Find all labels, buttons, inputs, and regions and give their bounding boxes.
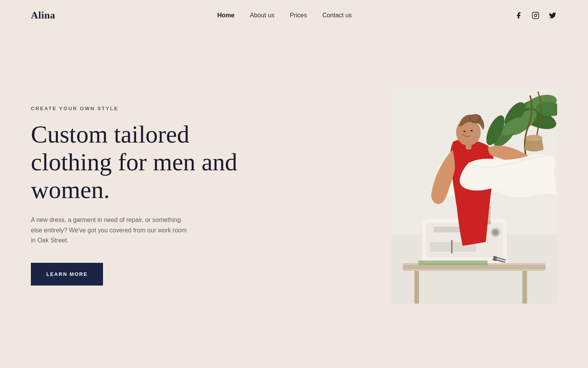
- svg-rect-28: [522, 271, 527, 304]
- site-header: Alina Home About us Prices Contact us: [0, 0, 588, 31]
- nav-contact[interactable]: Contact us: [322, 12, 351, 19]
- twitter-icon[interactable]: [548, 11, 557, 20]
- social-icons-group: [514, 11, 557, 20]
- svg-point-36: [463, 131, 466, 132]
- nav-about[interactable]: About us: [250, 12, 274, 19]
- hero-description: A new dress, a garment in need of repair…: [31, 215, 193, 245]
- hero-text-block: CREATE YOUR OWN STYLE Custom tailored cl…: [31, 106, 255, 285]
- svg-rect-38: [466, 142, 471, 150]
- svg-rect-27: [414, 271, 419, 304]
- svg-rect-26: [403, 265, 546, 269]
- svg-rect-39: [418, 260, 488, 265]
- svg-rect-0: [532, 12, 539, 19]
- svg-point-2: [537, 13, 538, 14]
- site-logo[interactable]: Alina: [31, 10, 55, 21]
- main-nav: Home About us Prices Contact us: [217, 12, 352, 19]
- hero-illustration: [391, 88, 557, 304]
- svg-point-19: [493, 230, 498, 235]
- hero-section: CREATE YOUR OWN STYLE Custom tailored cl…: [0, 31, 588, 368]
- nav-home[interactable]: Home: [217, 12, 234, 19]
- instagram-icon[interactable]: [531, 11, 540, 20]
- hero-image-container: [278, 88, 557, 304]
- svg-rect-21: [451, 240, 453, 254]
- svg-point-14: [525, 135, 542, 141]
- hero-subtitle: CREATE YOUR OWN STYLE: [31, 106, 255, 111]
- svg-point-1: [534, 14, 537, 17]
- learn-more-button[interactable]: LEARN MORE: [31, 263, 103, 286]
- nav-prices[interactable]: Prices: [290, 12, 307, 19]
- svg-point-37: [470, 130, 473, 131]
- facebook-icon[interactable]: [514, 11, 523, 20]
- hero-headline: Custom tailored clothing for men and wom…: [31, 121, 255, 203]
